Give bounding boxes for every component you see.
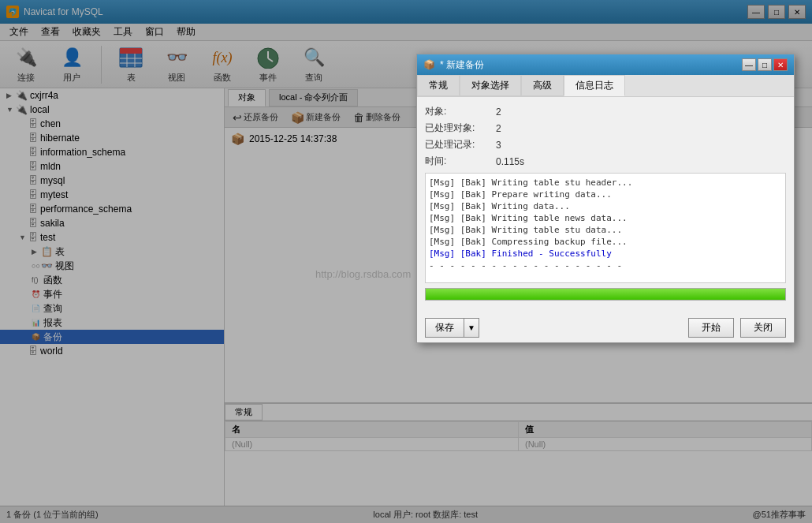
start-button[interactable]: 开始 (688, 318, 734, 338)
label-processed: 已处理对象: (425, 121, 496, 135)
modal-tab-general[interactable]: 常规 (417, 75, 460, 96)
log-line-6: [Msg] [Bak] Compressing backup file... (429, 236, 782, 248)
modal-title-bar: 📦 * 新建备份 — □ ✕ (417, 54, 794, 75)
log-line-3: [Msg] [Bak] Writing data... (429, 200, 782, 212)
modal-close-btn[interactable]: ✕ (773, 58, 788, 71)
modal-maximize-btn[interactable]: □ (758, 58, 772, 71)
progress-bar-container (425, 288, 786, 301)
info-row-time: 时间: 0.115s (425, 155, 786, 168)
modal-overlay: 📦 * 新建备份 — □ ✕ 常规 对象选择 高级 信息日志 对象: 2 已处理 (0, 0, 812, 523)
info-row-processed: 已处理对象: 2 (425, 121, 786, 135)
modal-body: 对象: 2 已处理对象: 2 已处理记录: 3 时间: 0.115s [Msg]… (417, 97, 794, 313)
modal-title-controls[interactable]: — □ ✕ (742, 58, 788, 71)
modal-title-text: * 新建备份 (440, 58, 484, 72)
log-line-7: [Msg] [Bak] Finished - Successfully (429, 248, 782, 260)
modal-tabs: 常规 对象选择 高级 信息日志 (417, 75, 794, 97)
info-row-objects: 对象: 2 (425, 105, 786, 118)
log-line-4: [Msg] [Bak] Writing table news data... (429, 212, 782, 224)
value-time: 0.115s (496, 156, 524, 167)
label-objects: 对象: (425, 105, 496, 118)
save-button[interactable]: 保存 (425, 318, 464, 338)
label-records: 已处理记录: (425, 138, 496, 151)
progress-bar-fill (426, 289, 785, 300)
value-processed: 2 (496, 123, 501, 134)
modal-title-icon: 📦 (423, 59, 435, 70)
value-records: 3 (496, 140, 501, 151)
save-dropdown[interactable]: 保存 ▼ (425, 318, 479, 338)
info-row-records: 已处理记录: 3 (425, 138, 786, 151)
log-line-5: [Msg] [Bak] Writing table stu data... (429, 224, 782, 236)
modal-tab-log[interactable]: 信息日志 (564, 75, 625, 96)
log-line-8: - - - - - - - - - - - - - - - - - - - (429, 260, 782, 271)
save-arrow-btn[interactable]: ▼ (464, 318, 479, 338)
new-backup-modal: 📦 * 新建备份 — □ ✕ 常规 对象选择 高级 信息日志 对象: 2 已处理 (416, 54, 795, 343)
log-line-2: [Msg] [Bak] Prepare writing data... (429, 189, 782, 200)
modal-footer: 保存 ▼ 开始 关闭 (417, 313, 794, 342)
label-time: 时间: (425, 155, 496, 168)
modal-tab-object-select[interactable]: 对象选择 (460, 75, 521, 96)
modal-minimize-btn[interactable]: — (742, 58, 756, 71)
close-modal-button[interactable]: 关闭 (740, 318, 786, 338)
log-output[interactable]: [Msg] [Bak] Writing table stu header... … (425, 173, 786, 283)
value-objects: 2 (496, 106, 501, 118)
log-line-1: [Msg] [Bak] Writing table stu header... (429, 177, 782, 189)
modal-tab-advanced[interactable]: 高级 (521, 75, 564, 96)
